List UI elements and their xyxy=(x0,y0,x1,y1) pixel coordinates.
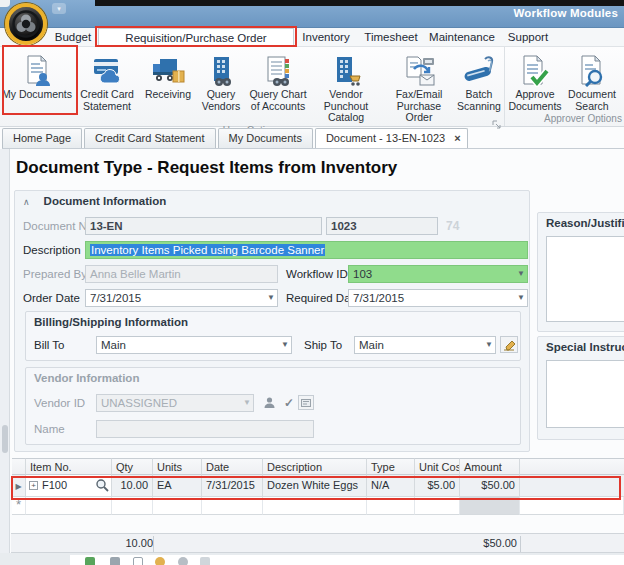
billing-shipping-group: Billing/Shipping Information Bill To Mai… xyxy=(25,311,521,361)
quick-access-dropdown-icon[interactable]: ▾ xyxy=(52,3,66,14)
chevron-down-icon: ▼ xyxy=(243,395,251,411)
doc-tab-my-documents[interactable]: My Documents xyxy=(218,128,313,148)
column-header-date[interactable]: Date xyxy=(202,458,263,475)
document-search-label: Document Search xyxy=(564,89,620,112)
ribbon-tab-requisition-purchase-order[interactable]: Requisition/Purchase Order xyxy=(98,28,294,47)
new-qty-cell[interactable] xyxy=(112,497,153,515)
new-row[interactable]: * xyxy=(12,497,624,515)
document-no-number-field[interactable]: 1023 xyxy=(326,217,438,235)
selected-text: Inventory Items Picked using Barcode San… xyxy=(90,244,325,256)
new-date-cell[interactable] xyxy=(202,497,263,515)
document-search-icon xyxy=(577,52,607,89)
new-units-cell[interactable] xyxy=(153,497,202,515)
partial-gray-icon xyxy=(110,557,120,565)
special-instructions-textarea[interactable] xyxy=(546,360,624,428)
query-chart-of-accounts-button[interactable]: Query Chart of Accounts xyxy=(247,49,309,124)
column-header-description[interactable]: Description xyxy=(263,458,367,475)
credit-card-statement-label: Credit Card Statement xyxy=(73,89,141,112)
order-date-select[interactable]: 7/31/2015 ▼ xyxy=(85,289,278,307)
partial-circle-icon xyxy=(178,557,188,565)
ledger-binoculars-icon xyxy=(263,52,293,89)
type-cell[interactable]: N/A xyxy=(367,475,415,497)
new-row-indicator: * xyxy=(12,497,26,515)
ribbon-group-approver-options: Approve Documents Document Search R Appr… xyxy=(505,47,624,126)
document-information-group: ∧Document Information Document No. 13-EN… xyxy=(14,190,530,452)
required-date-select[interactable]: 7/31/2015 ▼ xyxy=(348,289,528,307)
vendor-punchout-catalog-button[interactable]: Vendor Punchout Catalog xyxy=(309,49,383,124)
doc-tab-home-page[interactable]: Home Page xyxy=(2,128,82,148)
ribbon-tab-support[interactable]: Support xyxy=(500,28,556,47)
item-lookup-button[interactable] xyxy=(95,478,109,497)
fax-email-purchase-order-button[interactable]: Fax/Email Purchase Order xyxy=(383,49,455,124)
row-indicator: ▶ xyxy=(12,475,26,497)
cutoff-ribbon-button[interactable]: R xyxy=(620,49,624,112)
approve-documents-button[interactable]: Approve Documents xyxy=(506,49,564,112)
bill-to-label: Bill To xyxy=(34,339,64,351)
dialog-launcher-icon[interactable] xyxy=(492,115,501,124)
ribbon-tab-timesheet[interactable]: Timesheet xyxy=(358,28,424,47)
receiving-button[interactable]: Receiving xyxy=(141,49,195,124)
window-corner xyxy=(0,0,10,7)
ship-to-select[interactable]: Main ▼ xyxy=(354,336,496,354)
unit-cost-cell[interactable]: $5.00 xyxy=(415,475,460,497)
query-vendors-button[interactable]: Query Vendors xyxy=(195,49,247,124)
scrollbar-thumb[interactable] xyxy=(2,425,8,453)
credit-card-statement-button[interactable]: Credit Card Statement xyxy=(73,49,141,124)
column-header-type[interactable]: Type xyxy=(367,458,415,475)
doc-tab-label: Document - 13-EN-1023 xyxy=(326,132,445,144)
collapse-chevron-icon[interactable]: ∧ xyxy=(23,197,30,207)
app-logo-icon xyxy=(12,10,40,38)
application-orb-button[interactable] xyxy=(5,3,47,45)
new-unit-cost-cell[interactable] xyxy=(415,497,460,515)
expand-row-icon[interactable]: + xyxy=(29,481,38,490)
reason-justification-textarea[interactable] xyxy=(546,236,624,322)
item-no-cell[interactable]: +F100 xyxy=(26,475,112,497)
column-header-amount[interactable]: Amount xyxy=(460,458,520,475)
app-window: ▾ Workflow Modules Budget Requisition/Pu… xyxy=(0,0,624,565)
vendor-punchout-catalog-label: Vendor Punchout Catalog xyxy=(309,89,383,124)
qty-cell[interactable]: 10.00 xyxy=(112,475,153,497)
new-description-cell[interactable] xyxy=(263,497,367,515)
left-scroll-strip[interactable] xyxy=(0,149,10,565)
new-type-cell[interactable] xyxy=(367,497,415,515)
clear-address-button[interactable] xyxy=(500,336,518,353)
my-documents-button[interactable]: My Documents xyxy=(1,49,73,124)
close-tab-icon[interactable]: × xyxy=(454,132,460,144)
batch-scanning-button[interactable]: Batch Scanning xyxy=(455,49,503,124)
chevron-down-icon: ▼ xyxy=(485,337,493,353)
special-instructions-panel: Special Instructions xyxy=(537,336,624,440)
partial-green-icon xyxy=(85,557,95,565)
document-search-button[interactable]: Document Search xyxy=(564,49,620,112)
doc-tab-document-13-EN-1023[interactable]: Document - 13-EN-1023× xyxy=(315,128,468,148)
ribbon: My Documents Credit Card Statement Recei… xyxy=(0,47,624,127)
ship-to-value: Main xyxy=(359,339,384,351)
description-cell[interactable]: Dozen White Eggs xyxy=(263,475,367,497)
column-header-item-no[interactable]: Item No. xyxy=(26,458,112,475)
document-no-prefix-field[interactable]: 13-EN xyxy=(85,217,322,235)
units-cell[interactable]: EA xyxy=(153,475,202,497)
partial-gold-icon xyxy=(155,557,165,565)
ribbon-tab-inventory[interactable]: Inventory xyxy=(294,28,358,47)
grid-corner-cell xyxy=(12,458,26,475)
document-person-icon xyxy=(22,52,52,89)
description-field[interactable]: Inventory Items Picked using Barcode San… xyxy=(85,241,528,259)
magnifier-icon xyxy=(95,478,109,492)
date-cell[interactable]: 7/31/2015 xyxy=(202,475,263,497)
new-row-icon: * xyxy=(16,497,21,512)
check-icon: ✓ xyxy=(284,396,294,410)
bill-to-select[interactable]: Main ▼ xyxy=(96,336,292,354)
workflow-id-select[interactable]: 103 ▼ xyxy=(348,265,528,283)
column-header-qty[interactable]: Qty xyxy=(112,458,153,475)
amount-cell[interactable]: $50.00 xyxy=(460,475,520,497)
new-item-no-cell[interactable] xyxy=(26,497,112,515)
column-header-units[interactable]: Units xyxy=(153,458,202,475)
special-instructions-header: Special Instructions xyxy=(538,337,624,355)
ribbon-tab-budget[interactable]: Budget xyxy=(48,28,98,47)
workflow-id-value: 103 xyxy=(353,268,372,280)
ribbon-tab-maintenance[interactable]: Maintenance xyxy=(424,28,500,47)
billing-shipping-header: Billing/Shipping Information xyxy=(26,312,520,330)
query-vendors-label: Query Vendors xyxy=(195,89,247,112)
column-header-unit-cost[interactable]: Unit Cost xyxy=(415,458,460,475)
doc-tab-credit-card-statement[interactable]: Credit Card Statement xyxy=(84,128,215,148)
reason-justification-header: Reason/Justification xyxy=(538,213,624,231)
